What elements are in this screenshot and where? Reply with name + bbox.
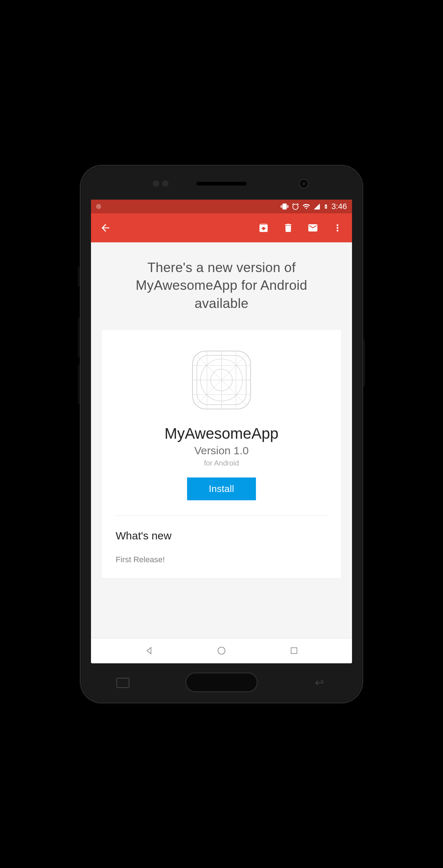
svg-point-12 xyxy=(218,647,225,654)
divider xyxy=(116,516,327,516)
delete-button[interactable] xyxy=(281,221,295,235)
mark-unread-button[interactable] xyxy=(306,221,320,235)
side-button xyxy=(78,317,80,357)
phone-frame: 3:46 There's a new version of MyAwesomeA… xyxy=(80,165,363,703)
mail-icon xyxy=(307,222,318,233)
nav-back-button[interactable] xyxy=(138,643,160,658)
screen: 3:46 There's a new version of MyAwesomeA… xyxy=(91,200,352,663)
whats-new-heading: What's new xyxy=(116,530,327,542)
wifi-icon xyxy=(302,203,310,210)
system-nav-bar xyxy=(91,638,352,663)
alarm-icon xyxy=(291,203,299,210)
vibrate-icon xyxy=(281,203,289,210)
nav-recents-button[interactable] xyxy=(283,643,305,658)
archive-icon xyxy=(258,222,269,233)
archive-button[interactable] xyxy=(256,221,271,235)
side-button xyxy=(363,339,365,386)
circle-home-icon xyxy=(217,646,226,655)
battery-charging-icon xyxy=(323,203,328,210)
svg-rect-13 xyxy=(291,648,297,654)
side-button xyxy=(78,364,80,404)
app-platform: for Android xyxy=(116,459,327,467)
notification-dot-icon xyxy=(96,204,101,209)
app-version: Version 1.0 xyxy=(116,445,327,457)
status-time: 3:46 xyxy=(331,202,347,211)
hero-title: There's a new version of MyAwesomeApp fo… xyxy=(102,259,341,313)
status-bar: 3:46 xyxy=(91,200,352,213)
trash-icon xyxy=(283,222,294,233)
triangle-back-icon xyxy=(144,646,154,655)
side-button xyxy=(78,267,80,287)
recents-capacitive-icon[interactable] xyxy=(116,678,129,688)
back-button[interactable] xyxy=(98,221,113,235)
app-icon xyxy=(189,347,254,413)
email-content[interactable]: There's a new version of MyAwesomeApp fo… xyxy=(91,242,352,638)
nav-home-button[interactable] xyxy=(211,643,232,658)
front-camera xyxy=(299,179,309,188)
physical-home-button[interactable] xyxy=(185,672,258,692)
whats-new-body: First Release! xyxy=(116,555,327,564)
overflow-menu-button[interactable] xyxy=(330,221,345,235)
signal-icon xyxy=(313,203,320,210)
app-card: MyAwesomeApp Version 1.0 for Android Ins… xyxy=(102,330,341,578)
app-toolbar xyxy=(91,213,352,242)
app-name: MyAwesomeApp xyxy=(116,425,327,442)
sensor-dots xyxy=(153,180,169,187)
back-capacitive-icon[interactable] xyxy=(314,678,327,688)
more-vert-icon xyxy=(332,222,343,233)
square-recents-icon xyxy=(290,646,298,655)
install-button[interactable]: Install xyxy=(187,477,256,500)
arrow-back-icon xyxy=(100,222,111,234)
